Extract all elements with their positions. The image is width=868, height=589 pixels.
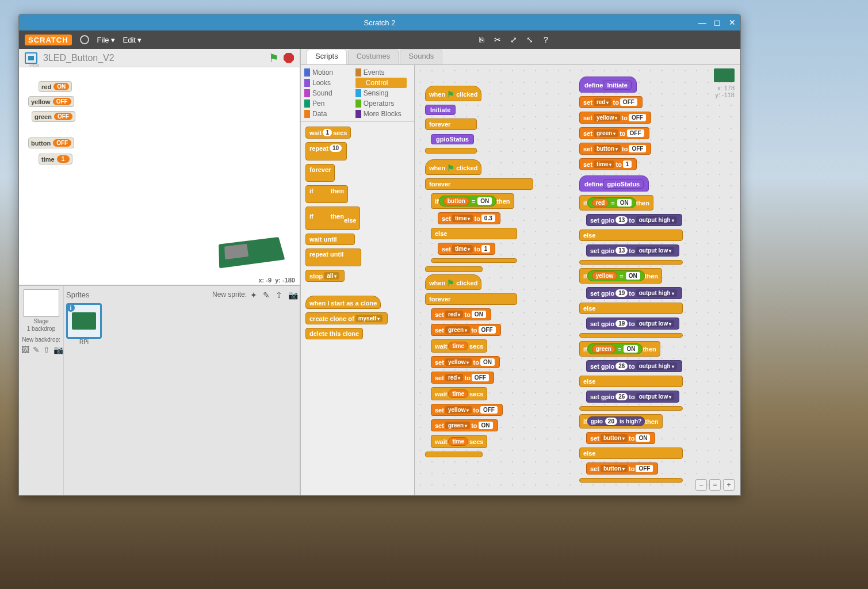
sprite-upload-icon[interactable]: ⇧ — [276, 290, 285, 299]
backdrop-paint-icon[interactable]: ✎ — [33, 345, 40, 353]
tab-scripts[interactable]: Scripts — [307, 49, 347, 64]
edit-menu[interactable]: Edit▾ — [123, 36, 142, 44]
cat-events[interactable]: Events — [355, 67, 407, 78]
block-forever[interactable]: forever — [305, 164, 335, 182]
sprite-rpi[interactable] — [219, 239, 282, 273]
shrink-icon[interactable]: ⤡ — [525, 35, 534, 44]
language-icon[interactable] — [80, 35, 89, 44]
cat-operators[interactable]: Operators — [355, 98, 407, 109]
grow-icon[interactable]: ⤢ — [509, 35, 518, 44]
block-stop[interactable]: stopall — [305, 270, 345, 282]
script-define-gpiostatus[interactable]: define gpioStatus ifred=ONthen set gpio1… — [579, 175, 683, 486]
sprites-heading: Sprites — [66, 290, 89, 299]
var-monitor-green[interactable]: greenOFF — [32, 111, 75, 122]
backdrop-library-icon[interactable]: 🖼 — [21, 345, 29, 353]
cat-pen[interactable]: Pen — [304, 98, 355, 109]
sprite-info-icon[interactable]: i — [67, 304, 75, 312]
cat-data[interactable]: Data — [304, 109, 355, 119]
tab-costumes[interactable]: Costumes — [348, 49, 399, 64]
cat-looks[interactable]: Looks — [304, 78, 355, 88]
stage-thumbnail[interactable] — [24, 289, 59, 317]
script-stack-3[interactable]: when⚑clicked forever setredtoON setgreen… — [425, 274, 517, 461]
minimize-button[interactable]: — — [697, 17, 708, 28]
menubar: SCRATCH File▾ Edit▾ ⎘ ✂ ⤢ ⤡ ? — [19, 30, 740, 49]
block-when-clone[interactable]: when I start as a clone — [305, 296, 381, 309]
script-stack-2[interactable]: when⚑clicked forever ifbutton=ONthen set… — [425, 159, 533, 276]
sprite-library-icon[interactable]: ✦ — [250, 290, 259, 299]
backdrop-upload-icon[interactable]: ⇧ — [43, 345, 50, 353]
green-flag-button[interactable]: ⚑ — [269, 51, 279, 65]
titlebar[interactable]: Scratch 2 — ◻ ✕ — [19, 14, 740, 30]
var-monitor-time[interactable]: time1 — [39, 154, 72, 165]
script-canvas[interactable]: x: 178 y: -118 when⚑clicked Initiate for… — [415, 65, 740, 495]
scissors-icon[interactable]: ✂ — [493, 35, 502, 44]
stop-button[interactable] — [284, 53, 294, 63]
block-repeat[interactable]: repeat10 — [305, 142, 347, 160]
block-delete-clone[interactable]: delete this clone — [305, 328, 363, 339]
maximize-button[interactable]: ◻ — [712, 17, 723, 28]
zoom-controls: – = + — [695, 479, 735, 491]
tab-sounds[interactable]: Sounds — [400, 49, 442, 64]
file-menu[interactable]: File▾ — [97, 36, 115, 44]
var-monitor-button[interactable]: buttonOFF — [28, 137, 74, 148]
block-palette: Motion Events Looks Control Sound Sensin… — [301, 65, 415, 495]
zoom-in-button[interactable]: + — [723, 479, 735, 491]
cat-more[interactable]: More Blocks — [355, 109, 407, 119]
sprite-camera-icon[interactable]: 📷 — [288, 290, 297, 299]
app-window: Scratch 2 — ◻ ✕ SCRATCH File▾ Edit▾ ⎘ ✂ … — [18, 14, 741, 496]
block-wait[interactable]: wait1secs — [305, 127, 351, 139]
zoom-reset-button[interactable]: = — [709, 479, 721, 491]
block-wait-until[interactable]: wait until — [305, 234, 355, 245]
sprite-thumb-mini — [714, 68, 735, 82]
cat-sound[interactable]: Sound — [304, 88, 355, 98]
editor-tabs: Scripts Costumes Sounds — [301, 49, 740, 65]
block-repeat-until[interactable]: repeat until — [305, 248, 361, 266]
var-monitor-red[interactable]: redON — [39, 81, 72, 92]
cat-control[interactable]: Control — [355, 78, 407, 88]
window-title: Scratch 2 — [364, 18, 396, 27]
stage[interactable]: redON yellowOFF greenOFF buttonOFF time1… — [19, 67, 300, 286]
stamp-icon[interactable]: ⎘ — [477, 35, 486, 44]
close-button[interactable]: ✕ — [726, 17, 738, 28]
project-name[interactable]: 3LED_Button_V2 — [43, 53, 114, 63]
script-define-initiate[interactable]: define Initiate setredtoOFF setyellowtoO… — [579, 77, 651, 174]
scratch-logo[interactable]: SCRATCH — [25, 35, 72, 45]
block-if-else[interactable]: ifthenelse — [305, 206, 360, 230]
fullscreen-icon[interactable] — [25, 52, 37, 64]
sprite-paint-icon[interactable]: ✎ — [263, 290, 272, 299]
block-if[interactable]: ifthen — [305, 185, 348, 203]
var-monitor-yellow[interactable]: yellowOFF — [28, 96, 74, 107]
help-icon[interactable]: ? — [541, 35, 550, 44]
zoom-out-button[interactable]: – — [695, 479, 707, 491]
stage-header: v456 3LED_Button_V2 ⚑ — [19, 49, 300, 67]
cat-motion[interactable]: Motion — [304, 67, 355, 78]
cat-sensing[interactable]: Sensing — [355, 88, 407, 98]
backdrop-camera-icon[interactable]: 📷 — [53, 345, 63, 353]
script-stack-1[interactable]: when⚑clicked Initiate forever gpioStatus — [425, 86, 481, 157]
stage-coords: x: -9 y: -180 — [258, 277, 295, 284]
sprite-thumbnail-rpi[interactable]: i RPi — [66, 303, 102, 339]
canvas-coords: x: 178 y: -118 — [714, 68, 735, 98]
block-create-clone[interactable]: create clone ofmyself — [305, 312, 388, 324]
